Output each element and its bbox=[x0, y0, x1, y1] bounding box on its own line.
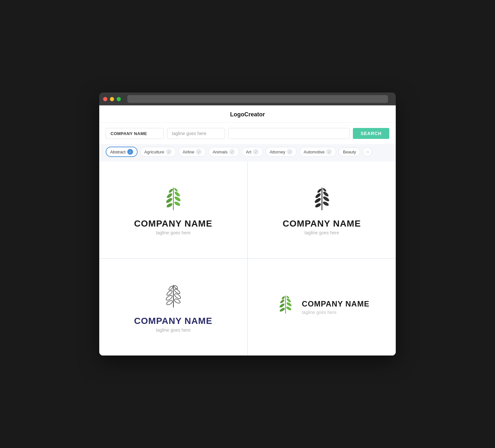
svg-point-4 bbox=[174, 196, 181, 202]
logo-text-group-4: COMPANY NAME tagline goes here bbox=[302, 299, 370, 315]
svg-point-6 bbox=[174, 191, 180, 197]
logo-icon-2 bbox=[307, 184, 336, 213]
svg-point-8 bbox=[173, 188, 178, 192]
traffic-light-minimize[interactable] bbox=[110, 97, 114, 101]
svg-point-7 bbox=[168, 188, 173, 193]
browser-window: LogoCreator SEARCH Abstract ✓ Agricultur… bbox=[99, 93, 396, 355]
logo-card-2[interactable]: COMPANY NAME tagline goes here bbox=[248, 161, 396, 258]
svg-point-10 bbox=[314, 202, 321, 209]
filter-label-beauty: Beauty bbox=[343, 150, 356, 154]
svg-point-29 bbox=[286, 306, 292, 311]
logo-grid: COMPANY NAME tagline goes here bbox=[99, 161, 396, 355]
svg-point-15 bbox=[322, 191, 329, 197]
check-icon-animals: ✓ bbox=[229, 149, 235, 155]
logo-card-1[interactable]: COMPANY NAME tagline goes here bbox=[99, 161, 247, 258]
traffic-light-maximize[interactable] bbox=[117, 97, 121, 101]
check-icon-automotive: ✓ bbox=[326, 149, 332, 155]
svg-point-34 bbox=[281, 296, 285, 300]
svg-point-13 bbox=[322, 196, 330, 202]
check-icon-attorney: ✓ bbox=[287, 149, 293, 155]
svg-point-3 bbox=[165, 197, 173, 204]
filter-label-airline: Airline bbox=[183, 150, 194, 154]
svg-point-30 bbox=[279, 303, 285, 308]
svg-point-2 bbox=[173, 201, 180, 207]
svg-point-33 bbox=[286, 298, 291, 303]
svg-point-14 bbox=[315, 192, 321, 199]
filter-label-art: Art bbox=[246, 150, 251, 154]
tagline-input[interactable] bbox=[167, 128, 225, 139]
logo-tagline-3: tagline goes here bbox=[156, 327, 190, 333]
company-name-input[interactable] bbox=[106, 128, 164, 139]
logo-company-name-1: COMPANY NAME bbox=[134, 219, 212, 229]
filter-label-abstract: Abstract bbox=[110, 150, 126, 154]
filter-chip-airline[interactable]: Airline ✓ bbox=[179, 147, 206, 157]
svg-point-12 bbox=[314, 197, 322, 204]
logo-card-3[interactable]: COMPANY NAME tagline goes here bbox=[99, 259, 247, 355]
filter-next-arrow[interactable]: → bbox=[363, 147, 372, 156]
filter-chip-abstract[interactable]: Abstract ✓ bbox=[106, 147, 138, 157]
svg-point-19 bbox=[166, 300, 173, 306]
filter-chip-attorney[interactable]: Attorney ✓ bbox=[266, 147, 297, 157]
svg-point-28 bbox=[279, 307, 286, 312]
filter-chip-art[interactable]: Art ✓ bbox=[242, 147, 263, 157]
search-button[interactable]: SEARCH bbox=[353, 128, 389, 139]
filter-chip-beauty[interactable]: Beauty bbox=[339, 148, 360, 156]
style-input[interactable] bbox=[228, 128, 350, 139]
logo-tagline-1: tagline goes here bbox=[156, 230, 190, 235]
svg-point-23 bbox=[166, 290, 173, 296]
svg-point-20 bbox=[173, 298, 180, 304]
svg-point-5 bbox=[166, 192, 173, 199]
logo-company-name-2: COMPANY NAME bbox=[283, 219, 361, 229]
svg-point-17 bbox=[322, 188, 326, 192]
logo-icon-3 bbox=[159, 282, 188, 311]
filter-chip-automotive[interactable]: Automotive ✓ bbox=[299, 147, 336, 157]
app-title: LogoCreator bbox=[230, 111, 265, 118]
svg-point-16 bbox=[316, 188, 322, 193]
logo-icon-4 bbox=[274, 293, 297, 316]
check-icon-abstract: ✓ bbox=[127, 149, 133, 155]
svg-point-22 bbox=[174, 293, 181, 300]
svg-point-11 bbox=[322, 201, 329, 207]
svg-point-21 bbox=[165, 295, 173, 301]
svg-point-1 bbox=[166, 202, 173, 209]
app-content: LogoCreator SEARCH Abstract ✓ Agricultur… bbox=[99, 105, 396, 355]
svg-point-32 bbox=[279, 299, 285, 304]
filter-label-automotive: Automotive bbox=[304, 150, 325, 154]
logo-icon-1 bbox=[159, 184, 188, 213]
browser-titlebar bbox=[99, 93, 396, 105]
filter-label-animals: Animals bbox=[213, 150, 228, 154]
svg-point-31 bbox=[286, 302, 292, 307]
svg-point-25 bbox=[168, 286, 173, 291]
filter-label-attorney: Attorney bbox=[270, 150, 285, 154]
logo-card-4[interactable]: COMPANY NAME tagline goes here bbox=[248, 259, 396, 355]
filter-chip-agriculture[interactable]: Agriculture ✓ bbox=[140, 147, 176, 157]
logo-tagline-4: tagline goes here bbox=[302, 310, 370, 315]
search-bar: SEARCH bbox=[99, 123, 396, 144]
check-icon-agriculture: ✓ bbox=[166, 149, 172, 155]
traffic-light-close[interactable] bbox=[103, 97, 107, 101]
check-icon-art: ✓ bbox=[253, 149, 259, 155]
logo-company-name-3: COMPANY NAME bbox=[134, 316, 212, 326]
logo-tagline-2: tagline goes here bbox=[305, 230, 339, 235]
address-bar bbox=[127, 95, 388, 103]
app-header: LogoCreator bbox=[99, 105, 396, 123]
logo-company-name-4: COMPANY NAME bbox=[302, 299, 370, 308]
check-icon-airline: ✓ bbox=[196, 149, 202, 155]
svg-point-35 bbox=[286, 296, 289, 299]
filter-label-agriculture: Agriculture bbox=[144, 150, 164, 154]
svg-point-26 bbox=[173, 285, 178, 289]
filter-chip-animals[interactable]: Animals ✓ bbox=[209, 147, 239, 157]
filter-bar: Abstract ✓ Agriculture ✓ Airline ✓ Anima… bbox=[99, 144, 396, 161]
